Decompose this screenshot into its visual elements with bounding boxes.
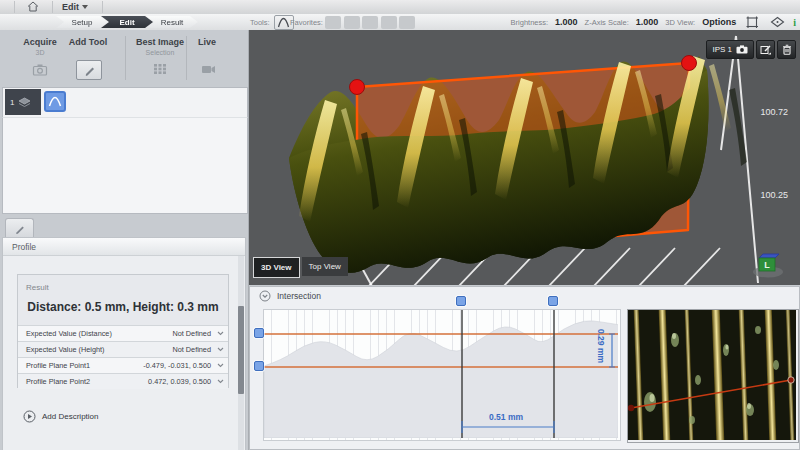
dataset-item-1[interactable]: 1 [5,89,41,115]
profile-curve-icon [277,17,290,28]
edit-menu[interactable]: Edit [58,1,92,13]
chevron-down-icon[interactable] [217,363,224,368]
row-plane-point2[interactable]: Profile Plane Point2 0.472, 0.039, 0.500 [18,373,228,389]
favorite-slot[interactable] [344,16,360,29]
profile-tool-selected-button[interactable] [44,91,66,112]
favorite-slot[interactable] [399,16,415,29]
view-3d-button[interactable]: 3D View [253,257,300,278]
trash-icon [782,44,792,55]
scrollbar-track[interactable] [238,256,244,450]
dataset-strip: 1 [2,87,248,118]
favorite-slot[interactable] [362,16,378,29]
plane-handle-left[interactable] [350,80,365,95]
tab-setup[interactable]: Setup [56,16,108,28]
row-plane-point1[interactable]: Profile Plane Point1 -0.479, -0.031, 0.5… [18,357,228,373]
divider [14,1,15,13]
scene-3d [249,30,800,285]
profile-parameter-rows: Expected Value (Distance) Not Defined Ex… [18,325,228,389]
snapshot-toolbar: IPS 1 [706,40,796,59]
snapshot-camera-button[interactable]: IPS 1 [706,40,754,59]
left-panel: Acquire 3D Add Tool Best Image Selection… [0,30,249,450]
z-axis-tick: 100.25 [760,190,788,200]
cube-top-face [759,254,779,258]
chevron-down-icon [82,5,88,9]
view-top-button[interactable]: Top View [302,257,348,276]
live-button[interactable] [196,60,220,78]
plane-handle-right[interactable] [682,56,697,71]
height-value-label: 0.29 mm [596,329,606,363]
live-title: Live [198,37,216,47]
favorite-slot[interactable] [325,16,341,29]
brightness-label: Brightness: [511,18,549,27]
profile-wave [264,321,618,438]
camera-image-graphic [628,310,796,440]
result-label: Result [18,275,228,292]
dataset-list-area[interactable] [2,117,248,214]
brightness-value[interactable]: 1.000 [555,17,578,27]
titlebar: Edit [0,0,800,15]
collapse-circle-icon[interactable] [259,290,271,302]
divider [125,36,126,80]
row-expected-distance[interactable]: Expected Value (Distance) Not Defined [18,325,228,341]
divider [186,36,187,80]
add-tool-title: Add Tool [69,37,107,47]
tab-result[interactable]: Result [146,16,198,28]
profile-curve-icon [48,96,62,107]
add-tool-button[interactable] [76,60,102,80]
chevron-down-icon[interactable] [217,347,224,352]
divider [102,1,103,13]
chevron-down-icon[interactable] [217,379,224,384]
acquire-button[interactable] [28,60,52,78]
favorites-label: Favorites: [290,18,323,27]
perspective-view-button[interactable] [768,15,786,29]
tools-label: Tools: [250,18,270,27]
grid-icon [153,63,167,75]
favorite-slot[interactable] [381,16,397,29]
diamond-3d-icon [770,16,785,28]
favorites-group: Favorites: [290,15,415,29]
tools-group: Tools: [250,15,294,29]
view-settings-group: Brightness: 1.000 Z-Axis Scale: 1.000 3D… [511,15,796,29]
pencil-icon [14,223,26,235]
cursor-handle-right[interactable] [548,296,558,306]
profile-endpoint [628,405,634,411]
edit-profile-tab[interactable] [5,218,34,238]
top-view-camera-image[interactable] [627,309,799,443]
row-expected-height[interactable]: Expected Value (Height) Not Defined [18,341,228,357]
chevron-down-icon[interactable] [217,331,224,336]
viewport-3d[interactable]: IPS 1 100.72 [249,30,800,285]
layers-icon [18,97,31,108]
delete-button[interactable] [777,40,796,59]
tab-edit[interactable]: Edit [101,16,153,28]
annotate-button[interactable] [756,40,775,59]
camera-icon [32,63,48,76]
z-axis-tick: 100.72 [760,107,788,117]
intersection-header[interactable]: Intersection [250,287,799,304]
result-box: Result Distance: 0.5 mm, Height: 0.3 mm … [17,274,229,388]
intersection-title: Intersection [277,291,321,301]
zaxis-label: Z-Axis Scale: [585,18,629,27]
view3d-options-button[interactable]: Options [702,17,736,27]
result-value: Distance: 0.5 mm, Height: 0.3 mm [18,300,228,314]
home-button[interactable] [22,0,44,13]
best-image-button[interactable] [148,60,172,78]
info-icon[interactable]: i [793,17,796,28]
level-handle-top[interactable] [254,328,264,338]
add-description-button[interactable]: Add Description [23,410,98,423]
video-camera-icon [201,64,216,75]
intersection-panel: Intersection 0.51 mm 0.29 mm [249,286,800,450]
fit-view-button[interactable] [743,15,761,29]
scrollbar-thumb[interactable] [238,306,244,394]
orientation-cube[interactable]: L [748,249,788,283]
level-handle-bottom[interactable] [254,361,264,371]
cursor-handle-left[interactable] [456,296,466,306]
profile-chart[interactable] [263,309,621,441]
home-icon [27,1,39,12]
workflow-tabs: Setup Edit Result [56,16,198,28]
distance-value-label: 0.51 mm [489,412,523,422]
zaxis-value[interactable]: 1.000 [636,17,659,27]
ribbon-toolbar: Setup Edit Result Tools: Favorites: Brig… [0,14,800,31]
pencil-icon [83,64,96,77]
application-window: Edit Setup Edit Result Tools: Favorites: [0,0,800,450]
crop-frame-icon [745,15,759,29]
